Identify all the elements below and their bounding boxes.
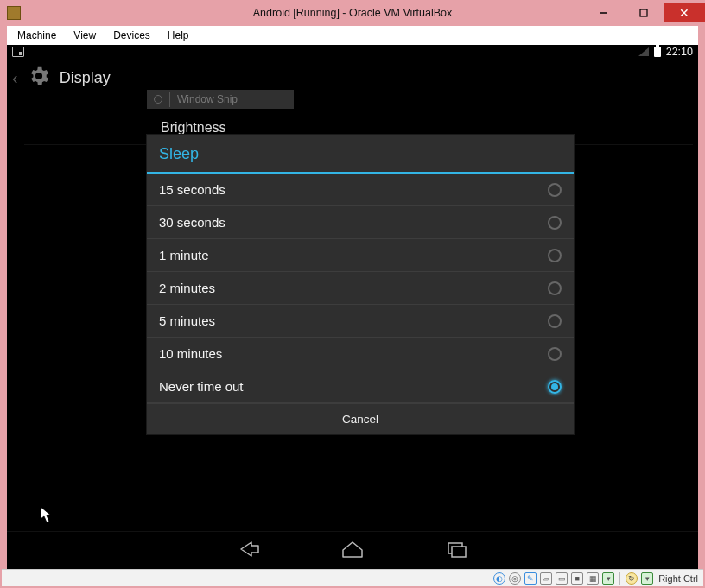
- maximize-button[interactable]: [624, 3, 664, 22]
- nav-home-button[interactable]: [340, 540, 365, 562]
- video-capture-icon[interactable]: ■: [571, 572, 583, 585]
- cancel-button[interactable]: Cancel: [147, 403, 574, 434]
- status-right-cluster: 22:10: [638, 46, 693, 58]
- settings-header-title: Display: [60, 69, 111, 87]
- shared-folders-icon[interactable]: ▱: [540, 572, 552, 585]
- menu-devices[interactable]: Devices: [106, 28, 157, 43]
- sleep-option-label: 10 minutes: [159, 346, 222, 361]
- sleep-option-label: 15 seconds: [159, 182, 225, 197]
- keyboard-captured-icon[interactable]: ▾: [641, 572, 653, 585]
- svg-rect-1: [640, 9, 647, 16]
- radio-icon: [548, 347, 562, 361]
- menu-view[interactable]: View: [67, 28, 103, 43]
- window-controls: ✕: [584, 3, 705, 22]
- sleep-option-label: 2 minutes: [159, 281, 215, 295]
- screenshot-icon: [12, 47, 24, 57]
- sleep-option-1-minute[interactable]: 1 minute: [147, 239, 574, 272]
- back-icon[interactable]: ‹: [12, 68, 18, 88]
- radio-disabled-icon: [154, 95, 162, 104]
- guest-display[interactable]: 22:10 ‹ Display Window Snip Brightness S…: [7, 45, 698, 569]
- battery-icon: [654, 47, 661, 57]
- sleep-option-label: Never time out: [159, 379, 244, 394]
- virtualbox-window: Android [Running] - Oracle VM VirtualBox…: [0, 0, 705, 588]
- usb-icon[interactable]: ✎: [524, 572, 537, 585]
- radio-icon-selected: [548, 380, 562, 394]
- close-button[interactable]: ✕: [664, 3, 705, 22]
- setting-row-brightness-label: Brightness: [161, 120, 226, 136]
- sleep-option-label: 1 minute: [159, 248, 209, 262]
- menu-machine[interactable]: Machine: [10, 28, 63, 43]
- display-mode-icon[interactable]: ▭: [556, 572, 568, 585]
- menu-help[interactable]: Help: [161, 28, 196, 43]
- gear-icon[interactable]: [27, 64, 51, 92]
- snipping-overlay: Window Snip: [147, 90, 294, 109]
- radio-icon: [548, 314, 562, 328]
- svg-rect-3: [452, 547, 466, 557]
- sleep-option-10-minutes[interactable]: 10 minutes: [147, 338, 574, 370]
- host-key-label: Right Ctrl: [658, 573, 698, 584]
- signal-icon: [638, 47, 649, 56]
- status-clock: 22:10: [666, 46, 693, 58]
- menubar: Machine View Devices Help: [7, 26, 698, 45]
- mouse-cursor-icon: [40, 506, 54, 528]
- network-icon[interactable]: ▦: [587, 572, 599, 585]
- nav-recents-button[interactable]: [443, 540, 469, 562]
- sleep-option-2-minutes[interactable]: 2 minutes: [147, 272, 574, 305]
- window-titlebar[interactable]: Android [Running] - Oracle VM VirtualBox…: [0, 0, 705, 26]
- optical-drive-icon[interactable]: ◎: [509, 572, 521, 585]
- sleep-option-15-seconds[interactable]: 15 seconds: [147, 174, 574, 206]
- virtualbox-status-bar: ◐ ◎ ✎ ▱ ▭ ■ ▦ ▾ ↻ ▾ Right Ctrl: [2, 569, 703, 586]
- sleep-option-label: 5 minutes: [159, 313, 215, 328]
- sleep-option-label: 30 seconds: [159, 215, 225, 230]
- sleep-option-5-minutes[interactable]: 5 minutes: [147, 305, 574, 338]
- radio-icon: [548, 183, 562, 197]
- nav-back-button[interactable]: [236, 540, 262, 562]
- sleep-dialog: Sleep 15 seconds 30 seconds 1 minute 2 m…: [147, 135, 574, 434]
- radio-icon: [548, 281, 562, 295]
- radio-icon: [548, 249, 562, 262]
- sleep-option-30-seconds[interactable]: 30 seconds: [147, 206, 574, 239]
- radio-icon: [548, 216, 562, 230]
- mouse-integration-icon[interactable]: ▾: [602, 572, 614, 585]
- snipping-overlay-label: Window Snip: [177, 93, 238, 105]
- sleep-option-never[interactable]: Never time out: [147, 370, 574, 403]
- android-status-bar[interactable]: 22:10: [7, 45, 698, 59]
- virtualbox-app-icon: [7, 6, 21, 20]
- settings-header: ‹ Display: [7, 59, 698, 97]
- host-key-indicator-icon[interactable]: ↻: [626, 572, 638, 585]
- minimize-button[interactable]: [584, 3, 624, 22]
- sleep-dialog-title: Sleep: [147, 135, 574, 172]
- disk-activity-icon[interactable]: ◐: [493, 572, 505, 585]
- android-nav-bar: [7, 531, 698, 569]
